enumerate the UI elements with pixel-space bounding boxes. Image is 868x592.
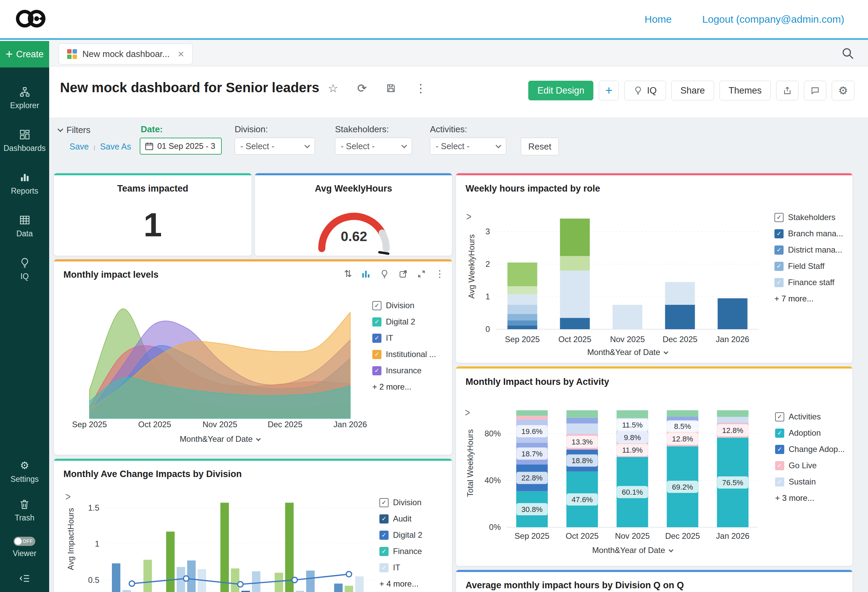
legend-item[interactable]: ✓Institutional ...	[372, 350, 436, 359]
svg-text:Dec 2025: Dec 2025	[665, 531, 700, 540]
legend-item[interactable]: ✓Digital 2	[379, 530, 422, 540]
date-range-input[interactable]: 01 Sep 2025 - 3	[140, 138, 222, 155]
reset-filters-button[interactable]: Reset	[521, 138, 559, 155]
create-button[interactable]: + Create	[0, 41, 49, 68]
legend-item[interactable]: ✓Finance	[379, 546, 422, 556]
save-icon[interactable]	[386, 83, 396, 93]
svg-text:47.6%: 47.6%	[572, 495, 593, 504]
chevron-down-icon	[496, 142, 502, 148]
legend-more-link[interactable]: + 2 more...	[372, 382, 436, 391]
legend-item[interactable]: ✓Audit	[379, 514, 422, 524]
widget-title: Teams impacted	[54, 183, 252, 194]
x-axis-title[interactable]: Month&Year of Date	[507, 546, 758, 555]
expand-icon[interactable]	[417, 270, 426, 278]
svg-text:0: 0	[486, 325, 490, 334]
svg-text:0.62: 0.62	[341, 229, 367, 244]
svg-text:9.8%: 9.8%	[624, 433, 641, 442]
widget-avg-monthly-impact-qonq: Average monthly impact hours by Division…	[456, 570, 853, 592]
widget-weekly-hours-by-role: Weekly hours impacted by role 0123Sep 20…	[456, 173, 853, 363]
legend-more-link[interactable]: + 3 more...	[775, 493, 844, 503]
sidebar-item-trash[interactable]: Trash	[15, 498, 35, 523]
filters-toggle[interactable]: Filters	[58, 125, 90, 135]
comments-button[interactable]	[804, 81, 826, 100]
svg-text:18.7%: 18.7%	[521, 450, 542, 458]
sidebar-item-dashboards[interactable]: Dashboards	[0, 128, 49, 153]
axis-expander-icon[interactable]: >	[65, 490, 71, 503]
save-as-filter-link[interactable]: Save As	[100, 142, 131, 151]
add-widget-button[interactable]: +	[599, 81, 619, 100]
legend-item[interactable]: ✓Go Live	[775, 461, 844, 470]
legend-more-link[interactable]: + 7 more...	[774, 294, 843, 303]
explorer-icon	[19, 86, 31, 98]
svg-text:80%: 80%	[484, 429, 501, 438]
y-axis-title: Total WeeklyHours	[465, 429, 475, 497]
legend-title[interactable]: ✓Stakeholders	[774, 213, 843, 222]
sidebar-item-data[interactable]: Data	[0, 214, 49, 238]
home-link[interactable]: Home	[645, 13, 672, 25]
chart-legend: ✓Activities✓Adoption✓Change Adop...✓Go L…	[775, 412, 844, 503]
chart-type-icon[interactable]	[361, 269, 371, 279]
themes-button[interactable]: Themes	[719, 81, 771, 100]
tab-close-icon[interactable]: ×	[178, 49, 184, 59]
dashboard-tab[interactable]: New mock dashboar... ×	[59, 43, 193, 64]
axis-expander-icon[interactable]: >	[466, 210, 471, 223]
legend-item[interactable]: ✓Branch mana...	[774, 229, 843, 238]
legend-title[interactable]: ✓Division	[372, 301, 436, 310]
division-select[interactable]: - Select -	[235, 138, 315, 155]
legend-item[interactable]: ✓Insurance	[372, 366, 436, 375]
favorite-star-icon[interactable]: ☆	[328, 81, 338, 95]
gauge-chart[interactable]: 0.62	[255, 183, 452, 255]
legend-title[interactable]: ✓Division	[379, 498, 422, 507]
chart-title: Average monthly impact hours by Division…	[465, 580, 684, 591]
viewer-toggle[interactable]: OFF	[13, 537, 35, 546]
svg-text:69.2%: 69.2%	[672, 483, 693, 491]
kebab-menu-icon[interactable]: ⋮	[415, 81, 427, 95]
legend-item[interactable]: ✓Sustain	[775, 477, 844, 487]
kebab-menu-icon[interactable]: ⋮	[435, 268, 444, 279]
iq-button[interactable]: IQ	[624, 81, 666, 100]
sidebar-item-explorer[interactable]: Explorer	[0, 86, 49, 110]
widget-monthly-impact-hours-by-activity: Monthly Impact hours by Activity 0%40%80…	[456, 366, 853, 566]
title-icons: ☆ ⟳ ⋮	[328, 81, 427, 95]
svg-text:Dec 2025: Dec 2025	[663, 335, 697, 344]
save-filter-link[interactable]: Save	[69, 142, 89, 151]
widget-avg-weekly-hours: Avg WeeklyHours 0.62	[255, 173, 452, 256]
legend-item[interactable]: ✓IT	[379, 563, 422, 572]
y-axis-title: Avg ImpactHours	[66, 508, 75, 570]
legend-item[interactable]: ✓Adoption	[775, 428, 844, 438]
edit-design-button[interactable]: Edit Design	[528, 81, 593, 100]
svg-text:22.8%: 22.8%	[521, 474, 542, 482]
activities-select[interactable]: - Select -	[430, 138, 506, 155]
search-icon[interactable]	[841, 46, 855, 61]
sidebar-item-iq[interactable]: IQ	[0, 257, 49, 281]
export-button[interactable]	[776, 81, 799, 100]
x-axis-title[interactable]: Month&Year of Date	[496, 347, 759, 357]
sidebar-item-reports[interactable]: Reports	[0, 171, 49, 196]
stakeholders-select[interactable]: - Select -	[335, 138, 412, 155]
chart-legend: ✓Division✓Digital 2✓IT✓Institutional ...…	[372, 301, 436, 391]
legend-item[interactable]: ✓Digital 2	[372, 317, 436, 326]
legend-item[interactable]: ✓Field Staff	[774, 261, 843, 271]
sidebar-collapse[interactable]	[19, 572, 31, 585]
svg-text:13.3%: 13.3%	[572, 438, 593, 446]
share-button[interactable]: Share	[671, 81, 714, 100]
legend-item[interactable]: ✓District mana...	[774, 245, 843, 255]
sidebar-item-viewer[interactable]: OFFViewer	[13, 537, 37, 558]
legend-more-link[interactable]: + 4 more...	[379, 579, 422, 589]
legend-item[interactable]: ✓Finance staff	[774, 278, 843, 287]
sidebar-item-settings[interactable]: ⚙Settings	[10, 459, 38, 484]
axis-expander-icon[interactable]: >	[465, 406, 470, 419]
svg-text:11.5%: 11.5%	[622, 421, 643, 429]
settings-button[interactable]: ⚙	[832, 81, 855, 100]
plus-icon: +	[605, 84, 613, 97]
legend-item[interactable]: ✓Change Adop...	[775, 444, 844, 454]
x-axis-title[interactable]: Month&Year of Date	[90, 434, 350, 444]
refresh-icon[interactable]: ⟳	[357, 81, 367, 95]
sort-icon[interactable]: ⇅	[344, 268, 352, 279]
legend-title[interactable]: ✓Activities	[775, 412, 844, 421]
open-in-new-icon[interactable]	[399, 269, 408, 279]
logout-link[interactable]: Logout (company@admin.com)	[702, 13, 844, 25]
app-logo[interactable]	[15, 7, 50, 31]
legend-item[interactable]: ✓IT	[372, 333, 436, 343]
insights-bulb-icon[interactable]	[380, 269, 389, 279]
